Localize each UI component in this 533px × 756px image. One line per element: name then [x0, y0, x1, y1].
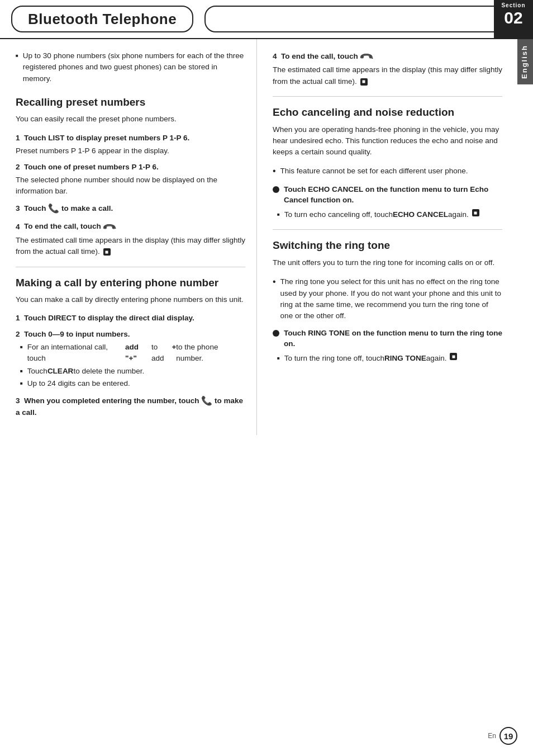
footer-right: En 19 — [488, 727, 517, 745]
section-number: 02 — [504, 10, 522, 26]
page-number: 19 — [499, 727, 517, 745]
right-step4: 4 To end the call, touch 📞. The estimate… — [273, 50, 502, 87]
making-step3-text: When you completed entering the number, … — [16, 396, 243, 417]
echo-circle-bullet: To turn echo canceling off, touch ECHO C… — [277, 209, 502, 220]
ring-heading: Switching the ring tone — [273, 239, 502, 253]
title-box: Bluetooth Telephone — [11, 6, 193, 32]
step1-body: Preset numbers P 1-P 6 appear in the dis… — [16, 145, 245, 157]
making-step2-bullet1: For an international call, touch add "+"… — [20, 342, 245, 365]
ring-intro: The unit offers you to turn the ring ton… — [273, 257, 502, 268]
page-header: Bluetooth Telephone Section 02 — [0, 0, 533, 39]
step2-text: Touch one of preset numbers P 1-P 6. — [24, 163, 159, 171]
making-step-2: 2 Touch 0—9 to input numbers. For an int… — [16, 329, 245, 389]
making-call-intro: You can make a call by directly entering… — [16, 294, 245, 305]
making-step3-header: 3 When you completed entering the number… — [16, 395, 245, 418]
ring-circle-text: Touch RING TONE on the function menu to … — [284, 328, 502, 349]
echo-dot-bullet-text: This feature cannot be set for each diff… — [280, 166, 468, 177]
right-column: 4 To end the call, touch 📞. The estimate… — [257, 39, 513, 435]
making-step-3: 3 When you completed entering the number… — [16, 395, 245, 418]
recalling-step-3: 3 Touch 📞 to make a call. — [16, 202, 245, 215]
echo-circle-step: Touch ECHO CANCEL on the function menu t… — [273, 185, 502, 206]
echo-intro: When you are operating hands-free phonin… — [273, 124, 502, 158]
section-badge: Section 02 — [494, 0, 533, 38]
recalling-step-2: 2 Touch one of preset numbers P 1-P 6. T… — [16, 162, 245, 197]
echo-heading: Echo canceling and noise reduction — [273, 106, 502, 120]
header-middle-box — [204, 6, 522, 32]
step4-body: The estimated call time appears in the d… — [16, 235, 245, 258]
stop-icon-1 — [103, 248, 111, 256]
step1-number: 1 — [16, 134, 20, 142]
step3-number: 3 — [16, 204, 20, 212]
intro-bullet: Up to 30 phone numbers (six phone number… — [16, 50, 245, 84]
step3-text: Touch 📞 to make a call. — [24, 204, 113, 212]
echo-circle-text: Touch ECHO CANCEL on the function menu t… — [284, 185, 502, 206]
ring-dot-bullet-text: The ring tone you select for this unit h… — [280, 276, 502, 322]
main-content: Up to 30 phone numbers (six phone number… — [0, 39, 533, 435]
making-step2-text: Touch 0—9 to input numbers. — [24, 330, 130, 338]
step2-number: 2 — [16, 163, 20, 171]
call-icon-1: 📞 — [48, 202, 59, 215]
stop-icon-4 — [450, 353, 457, 360]
recalling-step-4: 4 To end the call, touch 📞. The estimate… — [16, 221, 245, 258]
ring-dot-bullet: The ring tone you select for this unit h… — [273, 276, 502, 322]
language-sidebar: English — [517, 39, 533, 84]
ring-circle-dot — [273, 330, 279, 337]
making-step1-header: 1 Touch DIRECT to display the direct dia… — [16, 313, 245, 324]
making-step1-text: Touch DIRECT to display the direct dial … — [24, 314, 194, 322]
end-call-icon-2: 📞 — [358, 48, 374, 65]
right-step4-header: 4 To end the call, touch 📞. — [273, 50, 502, 63]
section-label: Section — [501, 2, 525, 8]
page-footer: En 19 — [0, 727, 533, 745]
end-call-icon-1: 📞 — [101, 219, 117, 235]
making-step-1: 1 Touch DIRECT to display the direct dia… — [16, 313, 245, 324]
page-title: Bluetooth Telephone — [28, 11, 177, 28]
recalling-intro: You can easily recall the preset phone n… — [16, 114, 245, 125]
step4-text: To end the call, touch 📞. — [24, 222, 116, 230]
making-step2-bullet2: Touch CLEAR to delete the number. — [20, 366, 245, 377]
step3-header: 3 Touch 📞 to make a call. — [16, 202, 245, 215]
step2-body: The selected phone number should now be … — [16, 174, 245, 197]
echo-circle-dot — [273, 186, 279, 193]
call-icon-2: 📞 — [201, 395, 212, 407]
recalling-step-1: 1 Touch LIST to display preset numbers P… — [16, 133, 245, 157]
recalling-heading: Recalling preset numbers — [16, 96, 245, 110]
making-step2-header: 2 Touch 0—9 to input numbers. — [16, 329, 245, 340]
step1-text: Touch LIST to display preset numbers P 1… — [24, 134, 189, 142]
stop-icon-2 — [360, 78, 368, 86]
left-column: Up to 30 phone numbers (six phone number… — [0, 39, 257, 435]
ring-circle-step: Touch RING TONE on the function menu to … — [273, 328, 502, 349]
making-call-heading: Making a call by entering phone number — [16, 276, 245, 290]
right-step4-body: The estimated call time appears in the d… — [273, 64, 502, 87]
step1-header: 1 Touch LIST to display preset numbers P… — [16, 133, 245, 144]
step4-number: 4 — [16, 222, 20, 230]
ring-circle-bullet: To turn the ring tone off, touch RING TO… — [277, 353, 502, 364]
step2-header: 2 Touch one of preset numbers P 1-P 6. — [16, 162, 245, 173]
stop-icon-3 — [472, 209, 479, 216]
step4-header: 4 To end the call, touch 📞. — [16, 221, 245, 233]
echo-dot-bullet: This feature cannot be set for each diff… — [273, 166, 502, 178]
footer-en-label: En — [488, 732, 496, 740]
making-step2-bullet3: Up to 24 digits can be entered. — [20, 378, 245, 389]
